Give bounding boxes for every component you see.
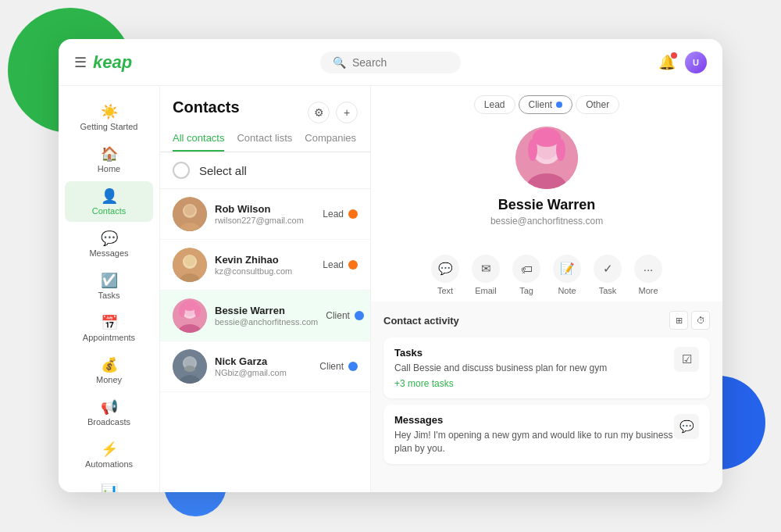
- hamburger-icon[interactable]: ☰: [74, 54, 87, 71]
- profile-avatar: [515, 127, 578, 189]
- svg-point-24: [533, 128, 561, 147]
- contact-email-rob: rwilson227@gmail.com: [215, 216, 315, 225]
- contact-name-bessie: Bessie Warren: [215, 305, 318, 316]
- tab-all-contacts[interactable]: All contacts: [173, 132, 224, 152]
- contacts-tabs: All contacts Contact lists Companies: [160, 132, 370, 152]
- activity-card-messages-header: Messages Hey Jim! I'm opening a new gym …: [394, 414, 699, 455]
- activity-card-messages: Messages Hey Jim! I'm opening a new gym …: [383, 405, 710, 465]
- sidebar-label-money: Money: [96, 375, 122, 384]
- user-avatar[interactable]: U: [685, 52, 707, 73]
- activity-card-tasks-content: Tasks Call Bessie and discuss business p…: [394, 347, 607, 389]
- badge-dot-kevin: [348, 260, 358, 270]
- badge-text-nick: Client: [319, 361, 344, 372]
- email-action-button[interactable]: ✉ Email: [472, 255, 500, 295]
- top-bar-right: 🔔 U: [658, 52, 707, 73]
- filter-button[interactable]: ⚙: [308, 102, 330, 123]
- add-icon: +: [344, 106, 350, 119]
- contact-info-bessie: Bessie Warren bessie@anchorfitness.com: [215, 305, 318, 327]
- money-icon: 💰: [101, 356, 118, 373]
- tasks-card-icon: ☑: [674, 347, 699, 372]
- tag-action-button[interactable]: 🏷 Tag: [512, 255, 540, 295]
- sidebar-item-money[interactable]: 💰 Money: [65, 350, 153, 391]
- svg-point-7: [184, 255, 195, 266]
- status-tab-other[interactable]: Other: [576, 95, 619, 114]
- app-logo: keap: [93, 52, 132, 73]
- badge-text-kevin: Lead: [323, 259, 344, 270]
- status-tabs: Lead Client Other: [371, 86, 722, 120]
- sidebar-label-automations: Automations: [85, 459, 133, 469]
- contact-row[interactable]: Bessie Warren bessie@anchorfitness.com C…: [160, 291, 370, 341]
- sidebar-item-broadcasts[interactable]: 📢 Broadcasts: [65, 392, 153, 433]
- search-input[interactable]: [352, 56, 446, 69]
- grid-view-button[interactable]: ⊞: [669, 311, 688, 330]
- contacts-panel: Contacts ⚙ + All contacts Contact lists …: [160, 86, 371, 492]
- badge-dot-rob: [348, 209, 358, 219]
- activity-card-tasks: Tasks Call Bessie and discuss business p…: [383, 337, 710, 398]
- tab-contact-lists[interactable]: Contact lists: [237, 132, 292, 152]
- messages-card-icon: 💬: [674, 414, 699, 439]
- messages-card-desc: Hey Jim! I'm opening a new gym and would…: [394, 429, 674, 455]
- contact-email-nick: NGbiz@gmail.com: [215, 368, 312, 377]
- sidebar-item-appointments[interactable]: 📅 Appointments: [65, 308, 153, 348]
- status-tab-other-label: Other: [586, 99, 609, 110]
- contact-info-nick: Nick Garza NGbiz@gmail.com: [215, 355, 312, 377]
- activity-card-tasks-header: Tasks Call Bessie and discuss business p…: [394, 347, 699, 389]
- broadcasts-icon: 📢: [101, 398, 118, 416]
- contact-info-rob: Rob Wilson rwilson227@gmail.com: [215, 203, 315, 225]
- contact-badge-bessie: Client: [326, 310, 364, 321]
- note-action-button[interactable]: 📝 Note: [553, 255, 581, 295]
- note-icon: 📝: [553, 255, 581, 283]
- contact-badge-kevin: Lead: [323, 259, 358, 270]
- select-all-checkbox[interactable]: [173, 162, 190, 179]
- tasks-more-link[interactable]: +3 more tasks: [394, 378, 607, 389]
- contact-name-rob: Rob Wilson: [215, 203, 315, 215]
- badge-dot-bessie: [355, 311, 364, 320]
- sidebar-item-getting-started[interactable]: ☀️ Getting Started: [65, 97, 153, 137]
- sidebar-label-appointments: Appointments: [83, 333, 135, 342]
- task-action-button[interactable]: ✓ Task: [594, 255, 622, 295]
- sidebar-item-automations[interactable]: ⚡ Automations: [65, 434, 153, 475]
- task-action-label: Task: [599, 286, 617, 295]
- text-action-label: Text: [437, 286, 453, 295]
- sidebar-item-tasks[interactable]: ☑️ Tasks: [65, 266, 153, 306]
- tab-companies[interactable]: Companies: [305, 132, 356, 152]
- sidebar-item-contacts[interactable]: 👤 Contacts: [65, 181, 153, 222]
- messages-icon: 💬: [101, 230, 118, 247]
- text-action-button[interactable]: 💬 Text: [431, 255, 459, 295]
- sidebar-item-pipeline[interactable]: 📊 Pipeline: [65, 477, 153, 492]
- status-tab-lead[interactable]: Lead: [474, 95, 515, 114]
- profile-name: Bessie Warren: [498, 197, 595, 213]
- badge-text-bessie: Client: [326, 310, 350, 321]
- svg-point-14: [194, 305, 201, 317]
- contact-email-kevin: kz@consultbug.com: [215, 266, 315, 276]
- contact-row[interactable]: Kevin Zhihao kz@consultbug.com Lead: [160, 240, 370, 291]
- sidebar-item-home[interactable]: 🏠 Home: [65, 139, 153, 180]
- contact-row[interactable]: Rob Wilson rwilson227@gmail.com Lead: [160, 189, 370, 240]
- getting-started-icon: ☀️: [101, 103, 118, 120]
- sidebar-label-getting-started: Getting Started: [80, 122, 138, 131]
- more-action-button[interactable]: ··· More: [634, 255, 662, 295]
- contact-badge-rob: Lead: [323, 209, 358, 220]
- tasks-card-title: Tasks: [394, 347, 607, 359]
- contacts-list: Rob Wilson rwilson227@gmail.com Lead: [160, 189, 370, 492]
- sidebar-label-messages: Messages: [89, 248, 128, 258]
- sidebar-item-messages[interactable]: 💬 Messages: [65, 223, 153, 264]
- activity-view-icons: ⊞ ⏱: [669, 311, 710, 330]
- sidebar: ☀️ Getting Started 🏠 Home 👤 Contacts 💬 M…: [59, 86, 160, 492]
- contact-row[interactable]: Nick Garza NGbiz@gmail.com Client: [160, 341, 370, 392]
- more-action-label: More: [638, 286, 658, 295]
- toolbar-icons: ⚙ +: [308, 102, 358, 123]
- app-window: ☰ keap 🔍 🔔 U ☀️ Getting Started 🏠 Home: [59, 39, 722, 492]
- contact-avatar-rob: [173, 197, 207, 231]
- contact-detail: Lead Client Other: [371, 86, 722, 492]
- svg-point-26: [556, 139, 565, 161]
- add-contact-button[interactable]: +: [336, 102, 358, 123]
- status-tab-client[interactable]: Client: [519, 95, 573, 114]
- sidebar-label-home: Home: [98, 164, 120, 173]
- contacts-title: Contacts: [173, 98, 240, 116]
- contacts-header: Contacts ⚙ + All contacts Contact lists …: [160, 86, 370, 152]
- list-view-button[interactable]: ⏱: [691, 311, 710, 330]
- profile-email: bessie@anchorfitness.com: [490, 216, 603, 227]
- notification-icon[interactable]: 🔔: [658, 54, 676, 71]
- email-action-label: Email: [475, 286, 497, 295]
